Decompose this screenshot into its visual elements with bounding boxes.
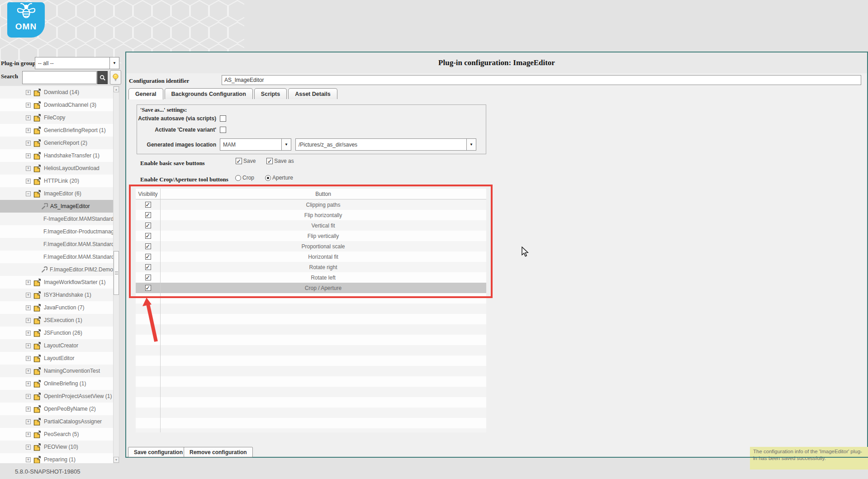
tree-row[interactable]: F-ImageEditor.MAMStandard.Ap xyxy=(0,213,113,225)
tree-row[interactable]: + LayoutCreator xyxy=(0,339,113,352)
table-row[interactable]: Flip horizontally xyxy=(136,210,486,220)
tree-row[interactable]: F.ImageEditor.MAM.Standard.D xyxy=(0,238,113,251)
tree-row[interactable]: + ISY3Handshake (1) xyxy=(0,289,113,301)
chevron-down-icon[interactable]: ▼ xyxy=(281,139,291,150)
scroll-down-icon[interactable]: ▼ xyxy=(114,457,119,463)
visibility-checkbox[interactable] xyxy=(145,243,151,249)
tree-row[interactable]: + HeliosLayoutDownload xyxy=(0,162,113,175)
tree-row[interactable]: AS_ImageEditor xyxy=(0,200,113,213)
remove-configuration-button[interactable]: Remove configuration xyxy=(184,447,253,457)
expand-toggle-icon[interactable]: + xyxy=(26,103,31,108)
aperture-radio[interactable] xyxy=(265,175,271,181)
tree-row[interactable]: + Download (14) xyxy=(0,86,113,99)
tree-row[interactable]: + OpenPeoByName (2) xyxy=(0,403,113,415)
expand-toggle-icon[interactable]: + xyxy=(26,343,31,348)
tree-scrollbar[interactable]: ▲ ▼ xyxy=(113,86,119,463)
expand-toggle-icon[interactable]: + xyxy=(26,90,31,95)
tree-row[interactable]: + HTTPLink (20) xyxy=(0,175,113,187)
expand-toggle-icon[interactable]: + xyxy=(26,419,31,424)
table-row[interactable]: Horizontal fit xyxy=(136,251,486,262)
plugin-group-select[interactable]: -- all -- ▼ xyxy=(35,57,119,69)
visibility-checkbox[interactable] xyxy=(145,212,151,218)
expand-toggle-icon[interactable]: + xyxy=(26,381,31,386)
tree-row[interactable]: + PEOView (10) xyxy=(0,441,113,453)
expand-toggle-icon[interactable]: + xyxy=(26,407,31,412)
expand-toggle-icon[interactable]: + xyxy=(26,280,31,285)
search-button[interactable] xyxy=(97,71,108,84)
expand-toggle-icon[interactable]: + xyxy=(26,356,31,361)
expand-toggle-icon[interactable]: − xyxy=(26,191,31,196)
tree-row[interactable]: + Preparing (1) xyxy=(0,453,113,463)
tree-row[interactable]: + GenericBriefingReport (1) xyxy=(0,124,113,137)
expand-toggle-icon[interactable]: + xyxy=(26,128,31,133)
expand-toggle-icon[interactable]: + xyxy=(26,293,31,298)
table-row[interactable]: Clipping paths xyxy=(136,199,486,210)
tree-row[interactable]: + OpenInProjectAssetView (1) xyxy=(0,390,113,403)
visibility-checkbox[interactable] xyxy=(145,275,151,280)
visibility-checkbox[interactable] xyxy=(145,223,151,228)
visibility-checkbox[interactable] xyxy=(145,285,151,291)
config-identifier-input[interactable] xyxy=(222,75,861,85)
expand-toggle-icon[interactable]: + xyxy=(26,457,31,462)
tree-row[interactable]: + GenericReport (2) xyxy=(0,137,113,149)
expand-toggle-icon[interactable]: + xyxy=(26,445,31,450)
expand-toggle-icon[interactable]: + xyxy=(26,115,31,120)
table-row[interactable]: Rotate left xyxy=(136,272,486,283)
autosave-checkbox[interactable] xyxy=(220,115,226,122)
tree-item-label: GenericBriefingReport (1) xyxy=(44,127,106,133)
chevron-down-icon[interactable]: ▼ xyxy=(109,57,119,69)
save-configuration-button[interactable]: Save configuration xyxy=(128,447,189,457)
expand-toggle-icon[interactable]: + xyxy=(26,432,31,437)
expand-toggle-icon[interactable]: + xyxy=(26,141,31,146)
table-row[interactable]: Rotate right xyxy=(136,262,486,272)
tree-row[interactable]: + LayoutEditor xyxy=(0,352,113,365)
save-as-checkbox[interactable] xyxy=(266,158,273,164)
chevron-down-icon[interactable]: ▼ xyxy=(466,139,476,150)
tree-row[interactable]: + DownloadChannel (3) xyxy=(0,99,113,111)
tab[interactable]: Asset Details xyxy=(288,88,337,99)
tree-row[interactable]: F.ImageEditor-Productmanagen xyxy=(0,225,113,238)
table-row[interactable]: Flip vertically xyxy=(136,231,486,241)
visibility-checkbox[interactable] xyxy=(145,233,151,239)
tree-row[interactable]: + PeoSearch (5) xyxy=(0,428,113,441)
expand-toggle-icon[interactable]: + xyxy=(26,305,31,310)
create-variant-checkbox[interactable] xyxy=(220,127,226,133)
tree-row[interactable]: + OnlineBriefing (1) xyxy=(0,377,113,390)
scrollbar-thumb[interactable] xyxy=(114,251,119,295)
expand-toggle-icon[interactable]: + xyxy=(26,166,31,171)
expand-toggle-icon[interactable]: + xyxy=(26,179,31,184)
plugin-group-label: Plug-in group xyxy=(1,60,36,67)
tab[interactable]: Scripts xyxy=(254,88,287,99)
expand-toggle-icon[interactable]: + xyxy=(26,331,31,336)
tree-row[interactable]: + NamingConventionTest xyxy=(0,365,113,377)
expand-toggle-icon[interactable]: + xyxy=(26,394,31,399)
expand-toggle-icon[interactable]: + xyxy=(26,318,31,323)
hint-button[interactable] xyxy=(110,70,121,85)
tree-row[interactable]: + ImageWorkflowStarter (1) xyxy=(0,276,113,289)
tree-row[interactable]: F.ImageEditor.MAM.Standard_c xyxy=(0,251,113,263)
tab[interactable]: Backgrounds Configuration xyxy=(165,88,253,99)
table-row[interactable]: Proportional scale xyxy=(136,241,486,251)
tree-row[interactable]: F.ImageEditor.PIM2.Demo xyxy=(0,263,113,276)
tree-row[interactable]: + PartialCatalogsAssigner xyxy=(0,415,113,428)
location-path-select[interactable]: /Pictures/z_as_dir/saves ▼ xyxy=(295,138,476,151)
expand-toggle-icon[interactable]: + xyxy=(26,369,31,374)
visibility-checkbox[interactable] xyxy=(145,264,151,270)
location-type-select[interactable]: MAM ▼ xyxy=(220,138,291,151)
tree-row[interactable]: + JSExecution (1) xyxy=(0,314,113,327)
tree-row[interactable]: + JavaFunction (7) xyxy=(0,301,113,314)
tree-row[interactable]: + HandshakeTransfer (1) xyxy=(0,149,113,162)
search-input[interactable] xyxy=(22,71,97,84)
visibility-checkbox[interactable] xyxy=(145,202,151,208)
expand-toggle-icon[interactable]: + xyxy=(26,153,31,158)
tree-row[interactable]: + JSFunction (26) xyxy=(0,327,113,339)
tree-row[interactable]: − ImageEditor (6) xyxy=(0,187,113,200)
crop-radio[interactable] xyxy=(235,175,241,181)
scroll-up-icon[interactable]: ▲ xyxy=(114,86,119,92)
table-row[interactable]: Crop / Aperture xyxy=(136,283,486,293)
save-checkbox[interactable] xyxy=(236,158,242,164)
visibility-checkbox[interactable] xyxy=(145,254,151,260)
tree-row[interactable]: + FileCopy xyxy=(0,111,113,124)
tab[interactable]: General xyxy=(128,88,163,100)
table-row[interactable]: Vertical fit xyxy=(136,220,486,231)
